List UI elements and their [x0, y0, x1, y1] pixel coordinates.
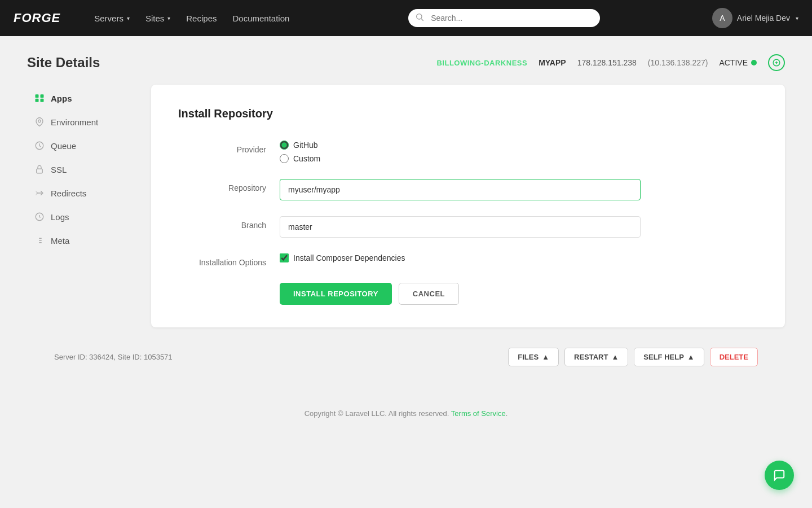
- sidebar-item-ssl[interactable]: SSL: [27, 158, 151, 181]
- footer-bar: Server ID: 336424, Site ID: 1053571 FILE…: [27, 336, 785, 378]
- svg-point-9: [38, 120, 41, 122]
- sidebar-item-queue-label: Queue: [51, 141, 76, 151]
- chat-button[interactable]: [765, 461, 794, 490]
- nav-servers[interactable]: Servers ▾: [87, 9, 136, 28]
- redirects-icon: [34, 187, 45, 199]
- svg-rect-6: [41, 94, 44, 98]
- sidebar: Apps Environment Queue: [27, 85, 151, 327]
- cancel-button[interactable]: CANCEL: [399, 283, 459, 305]
- sidebar-item-redirects[interactable]: Redirects: [27, 182, 151, 204]
- site-meta: BILLOWING-DARKNESS MYAPP 178.128.151.238…: [436, 54, 785, 71]
- branch-row: Branch: [178, 216, 758, 238]
- main-content: Site Details BILLOWING-DARKNESS MYAPP 17…: [0, 36, 812, 449]
- delete-button[interactable]: DELETE: [710, 348, 758, 366]
- repository-input[interactable]: [280, 179, 641, 200]
- svg-rect-8: [41, 99, 44, 102]
- server-info: Server ID: 336424, Site ID: 1053571: [54, 353, 173, 361]
- footer-actions: FILES ▲ RESTART ▲ SELF HELP ▲ DELETE: [508, 348, 758, 366]
- ip-secondary: (10.136.138.227): [648, 58, 708, 67]
- repository-row: Repository: [178, 179, 758, 200]
- logs-icon: [34, 211, 45, 222]
- queue-icon: [34, 140, 45, 151]
- svg-rect-5: [36, 94, 39, 98]
- sidebar-item-apps-label: Apps: [51, 94, 72, 103]
- sidebar-item-redirects-label: Redirects: [51, 189, 86, 198]
- sidebar-item-ssl-label: SSL: [51, 165, 67, 174]
- chevron-down-icon: ▾: [127, 15, 130, 21]
- chevron-down-icon: ▾: [167, 15, 170, 21]
- apps-icon: [34, 93, 45, 104]
- install-repository-button[interactable]: INSTALL REPOSITORY: [280, 283, 392, 305]
- custom-radio[interactable]: [280, 154, 289, 163]
- environment-icon: [34, 116, 45, 128]
- provider-row: Provider GitHub Custom: [178, 141, 758, 163]
- composer-checkbox-input[interactable]: [280, 253, 289, 262]
- app-name: MYAPP: [539, 58, 566, 67]
- sidebar-item-logs-label: Logs: [51, 212, 69, 222]
- top-navigation: FORGE Servers ▾ Sites ▾ Recipes Document…: [0, 0, 812, 36]
- svg-line-1: [421, 19, 423, 21]
- content-layout: Apps Environment Queue: [27, 85, 785, 327]
- nav-documentation[interactable]: Documentation: [226, 9, 296, 28]
- nav-sites[interactable]: Sites ▾: [139, 9, 177, 28]
- chevron-up-icon: ▲: [542, 353, 549, 361]
- form-actions: INSTALL REPOSITORY CANCEL: [280, 283, 758, 305]
- svg-rect-7: [36, 99, 39, 102]
- page-footer: Copyright © Laravel LLC. All rights rese…: [27, 396, 785, 431]
- repository-label: Repository: [178, 179, 280, 192]
- nav-recipes[interactable]: Recipes: [179, 9, 223, 28]
- server-name: BILLOWING-DARKNESS: [436, 59, 527, 67]
- sidebar-item-logs[interactable]: Logs: [27, 205, 151, 228]
- sidebar-item-meta-label: Meta: [51, 236, 69, 246]
- card-title: Install Repository: [178, 107, 758, 120]
- status-dot: [751, 60, 757, 65]
- radio-custom[interactable]: Custom: [280, 154, 758, 163]
- chevron-up-icon: ▲: [687, 353, 695, 361]
- files-button[interactable]: FILES ▲: [508, 348, 559, 366]
- github-radio[interactable]: [280, 141, 289, 150]
- search-icon: [415, 12, 424, 24]
- nav-links: Servers ▾ Sites ▾ Recipes Documentation: [87, 9, 296, 28]
- meta-icon: [34, 235, 45, 246]
- sidebar-item-meta[interactable]: Meta: [27, 229, 151, 252]
- install-composer-checkbox[interactable]: Install Composer Dependencies: [280, 253, 758, 262]
- terms-of-service-link[interactable]: Terms of Service: [451, 409, 506, 418]
- sidebar-item-queue[interactable]: Queue: [27, 134, 151, 157]
- restart-button[interactable]: RESTART ▲: [564, 348, 628, 366]
- svg-rect-11: [37, 169, 43, 173]
- search-container: [314, 9, 694, 27]
- installation-options-label: Installation Options: [178, 253, 280, 267]
- chevron-up-icon: ▲: [611, 353, 619, 361]
- provider-options: GitHub Custom: [280, 141, 758, 163]
- install-repository-card: Install Repository Provider GitHub Custo…: [151, 85, 785, 327]
- branch-label: Branch: [178, 216, 280, 230]
- status-badge: ACTIVE: [719, 58, 757, 67]
- user-menu[interactable]: A Ariel Mejia Dev ▾: [712, 8, 798, 28]
- radio-github[interactable]: GitHub: [280, 141, 758, 150]
- search-input[interactable]: [408, 9, 600, 27]
- forge-logo: FORGE: [14, 11, 60, 25]
- self-help-button[interactable]: SELF HELP ▲: [634, 348, 704, 366]
- branch-input[interactable]: [280, 216, 641, 238]
- provider-label: Provider: [178, 141, 280, 154]
- site-header: Site Details BILLOWING-DARKNESS MYAPP 17…: [27, 54, 785, 71]
- ssl-icon: [34, 164, 45, 175]
- page-title: Site Details: [27, 55, 436, 71]
- svg-point-0: [417, 14, 422, 19]
- sidebar-item-environment-label: Environment: [51, 117, 98, 127]
- expand-button[interactable]: [768, 54, 785, 71]
- sidebar-item-environment[interactable]: Environment: [27, 111, 151, 133]
- chevron-down-icon: ▾: [796, 15, 798, 21]
- ip-address: 178.128.151.238: [577, 58, 637, 67]
- avatar: A: [712, 8, 732, 28]
- installation-options-row: Installation Options Install Composer De…: [178, 253, 758, 267]
- sidebar-item-apps[interactable]: Apps: [27, 87, 151, 110]
